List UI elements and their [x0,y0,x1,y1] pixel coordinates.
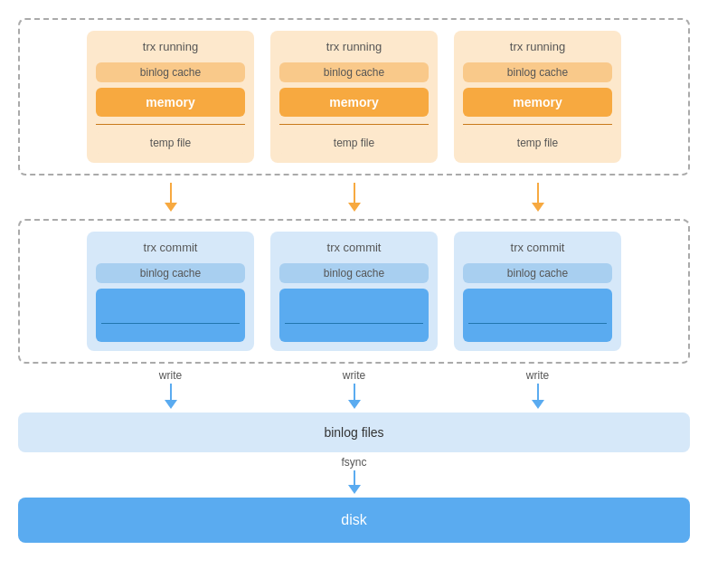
trx-commit-title-2: trx commit [279,241,429,258]
binlog-files-box: binlog files [18,413,690,452]
memory-box-3: memory [463,88,612,117]
trx-commit-card-2: trx commit binlog cache [270,232,438,351]
write-head-1 [165,400,177,409]
commit-inner-1 [96,289,245,342]
temp-file-1: temp file [96,132,245,154]
binlog-cache-commit-2: binlog cache [279,263,429,283]
write-line-3 [537,384,539,400]
write-arrows-section: write write write [18,369,690,409]
write-line-1 [170,384,172,400]
trx-running-title-2: trx running [279,40,429,57]
commit-inner-3 [463,289,612,342]
trx-commit-group: trx commit binlog cache trx commit binlo… [18,219,690,364]
divider-1 [96,124,245,125]
write-col-2: write [270,369,438,409]
fsync-label: fsync [341,456,366,469]
fsync-head [348,485,361,494]
orange-arrows [18,183,690,212]
divider-2 [279,124,429,125]
memory-box-2: memory [279,88,429,117]
write-label-2: write [343,369,365,382]
write-col-1: write [87,369,254,409]
binlog-cache-commit-3: binlog cache [463,263,612,283]
write-col-3: write [454,369,621,409]
temp-file-3: temp file [463,132,612,154]
trx-commit-title-3: trx commit [463,241,612,258]
orange-line-1 [170,183,172,203]
trx-running-card-1: trx running binlog cache memory temp fil… [87,31,254,163]
memory-box-1: memory [96,88,245,117]
commit-divider-1 [101,323,240,324]
trx-running-group: trx running binlog cache memory temp fil… [18,18,690,175]
orange-line-3 [537,183,539,203]
orange-arrow-col-2 [270,183,438,212]
orange-arrow-2 [348,183,361,212]
trx-running-card-2: trx running binlog cache memory temp fil… [270,31,438,163]
diagram-container: trx running binlog cache memory temp fil… [0,0,708,588]
binlog-cache-commit-1: binlog cache [96,263,245,283]
commit-divider-3 [468,323,607,324]
trx-running-title-1: trx running [96,40,245,57]
commit-divider-2 [285,323,423,324]
divider-3 [463,124,612,125]
write-label-3: write [526,369,549,382]
binlog-cache-label-1: binlog cache [96,62,245,82]
orange-arrow-1 [165,183,177,212]
orange-head-3 [532,203,544,212]
orange-head-1 [165,203,177,212]
binlog-cache-label-2: binlog cache [279,62,429,82]
disk-box: disk [18,498,690,543]
write-head-3 [532,400,544,409]
trx-commit-card-1: trx commit binlog cache [87,232,254,351]
fsync-section: fsync [18,456,690,494]
trx-commit-card-3: trx commit binlog cache [454,232,621,351]
write-head-2 [348,400,361,409]
orange-line-2 [354,183,355,203]
orange-arrow-3 [532,183,544,212]
temp-file-2: temp file [279,132,429,154]
trx-commit-title-1: trx commit [96,241,245,258]
fsync-line [354,470,355,485]
write-line-2 [354,384,355,400]
trx-running-card-3: trx running binlog cache memory temp fil… [454,31,621,163]
commit-inner-2 [279,289,429,342]
orange-head-2 [348,203,361,212]
orange-arrow-col-3 [454,183,621,212]
binlog-cache-label-3: binlog cache [463,62,612,82]
orange-arrow-col-1 [87,183,254,212]
trx-running-title-3: trx running [463,40,612,57]
write-label-1: write [159,369,182,382]
